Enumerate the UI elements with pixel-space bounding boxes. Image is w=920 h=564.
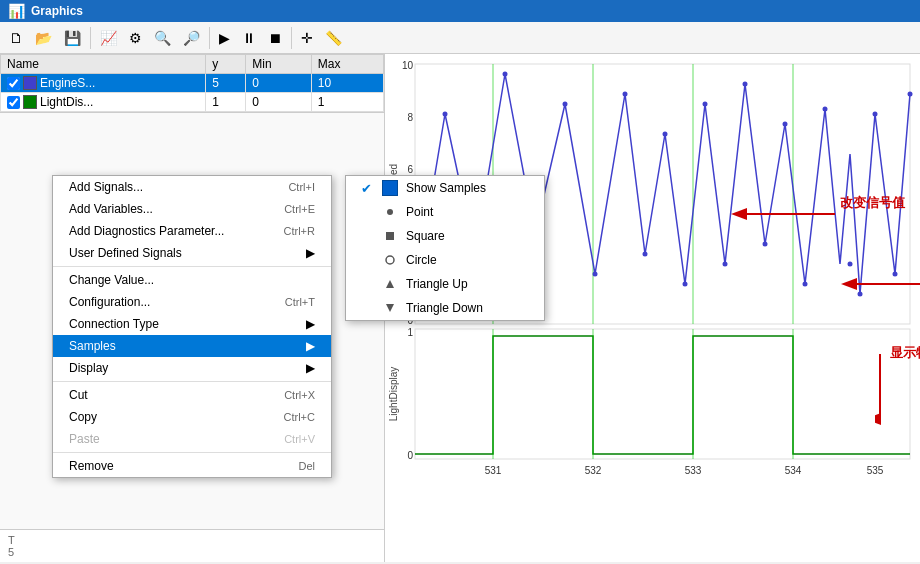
square-blue-icon [382, 180, 398, 196]
signal-color-1 [23, 95, 37, 109]
submenu-point[interactable]: Point [346, 200, 544, 224]
arrow-icon-2: ▶ [306, 317, 315, 331]
menu-paste-label: Paste [69, 432, 100, 446]
table-row[interactable]: LightDis... 1 0 1 [1, 93, 384, 112]
svg-point-33 [893, 272, 898, 277]
svg-rect-53 [386, 232, 394, 240]
svg-text:532: 532 [585, 465, 602, 476]
menu-display-label: Display [69, 361, 108, 375]
point-icon [382, 204, 398, 220]
svg-point-24 [723, 262, 728, 267]
menu-add-signals-shortcut: Ctrl+I [288, 181, 315, 193]
svg-marker-56 [386, 304, 394, 312]
menu-sep-1 [53, 266, 331, 267]
toolbar: 🗋 📂 💾 📈 ⚙ 🔍 🔎 ▶ ⏸ ⏹ ✛ 📏 [0, 22, 920, 54]
menu-display[interactable]: Display ▶ [53, 357, 331, 379]
menu-configuration[interactable]: Configuration... Ctrl+T [53, 291, 331, 313]
graph-btn[interactable]: 📈 [95, 27, 122, 49]
svg-text:6: 6 [407, 164, 413, 175]
menu-samples[interactable]: Samples ▶ [53, 335, 331, 357]
submenu-triangle-down[interactable]: Triangle Down [346, 296, 544, 320]
svg-point-30 [848, 262, 853, 267]
menu-add-diagnostics-label: Add Diagnostics Parameter... [69, 224, 224, 238]
svg-rect-35 [415, 329, 910, 459]
svg-point-20 [643, 252, 648, 257]
circle-icon [382, 252, 398, 268]
menu-cut-label: Cut [69, 388, 88, 402]
menu-configuration-shortcut: Ctrl+T [285, 296, 315, 308]
menu-paste: Paste Ctrl+V [53, 428, 331, 450]
triangle-down-icon [382, 300, 398, 316]
settings-btn[interactable]: ⚙ [124, 27, 147, 49]
svg-text:0: 0 [407, 450, 413, 461]
menu-add-variables-label: Add Variables... [69, 202, 153, 216]
submenu-show-samples[interactable]: ✔ Show Samples [346, 176, 544, 200]
svg-text:8: 8 [407, 112, 413, 123]
col-header-min: Min [246, 55, 312, 74]
menu-cut[interactable]: Cut Ctrl+X [53, 384, 331, 406]
menu-connection-type[interactable]: Connection Type ▶ [53, 313, 331, 335]
menu-user-defined-signals[interactable]: User Defined Signals ▶ [53, 242, 331, 264]
submenu-triangle-up-label: Triangle Up [406, 277, 468, 291]
stop-btn[interactable]: ⏹ [263, 27, 287, 49]
svg-point-28 [803, 282, 808, 287]
submenu-circle[interactable]: Circle [346, 248, 544, 272]
menu-add-variables-shortcut: Ctrl+E [284, 203, 315, 215]
zoom-out-btn[interactable]: 🔎 [178, 27, 205, 49]
svg-point-54 [386, 256, 394, 264]
svg-point-34 [908, 92, 913, 97]
menu-change-value[interactable]: Change Value... [53, 269, 331, 291]
submenu-square[interactable]: Square [346, 224, 544, 248]
menu-configuration-label: Configuration... [69, 295, 150, 309]
svg-point-32 [873, 112, 878, 117]
submenu-triangle-up[interactable]: Triangle Up [346, 272, 544, 296]
svg-point-21 [663, 132, 668, 137]
signal-name-1: LightDis... [40, 95, 93, 109]
cursor-btn[interactable]: ✛ [296, 27, 318, 49]
sep3 [291, 27, 292, 49]
bottom-line1: T [8, 534, 376, 546]
menu-remove[interactable]: Remove Del [53, 455, 331, 477]
signal-checkbox-1[interactable] [7, 96, 20, 109]
submenu-point-label: Point [406, 205, 433, 219]
menu-sep-2 [53, 381, 331, 382]
menu-cut-shortcut: Ctrl+X [284, 389, 315, 401]
sep1 [90, 27, 91, 49]
menu-samples-label: Samples [69, 339, 116, 353]
save-btn[interactable]: 💾 [59, 27, 86, 49]
svg-point-15 [503, 72, 508, 77]
signal-checkbox-0[interactable] [7, 77, 20, 90]
menu-add-signals-label: Add Signals... [69, 180, 143, 194]
svg-point-29 [823, 107, 828, 112]
svg-point-22 [683, 282, 688, 287]
signal-table: Name y Min Max EngineS... [0, 54, 384, 113]
submenu-show-samples-label: Show Samples [406, 181, 486, 195]
menu-paste-shortcut: Ctrl+V [284, 433, 315, 445]
svg-point-52 [387, 209, 393, 215]
title-bar: 📊 Graphics [0, 0, 920, 22]
svg-point-18 [593, 272, 598, 277]
zoom-in-btn[interactable]: 🔍 [149, 27, 176, 49]
signal-name-0: EngineS... [40, 76, 95, 90]
svg-point-17 [563, 102, 568, 107]
menu-add-variables[interactable]: Add Variables... Ctrl+E [53, 198, 331, 220]
pause-btn[interactable]: ⏸ [237, 27, 261, 49]
triangle-up-icon [382, 276, 398, 292]
measure-btn[interactable]: 📏 [320, 27, 347, 49]
menu-add-signals[interactable]: Add Signals... Ctrl+I [53, 176, 331, 198]
play-btn[interactable]: ▶ [214, 27, 235, 49]
svg-point-13 [443, 112, 448, 117]
signal-y-1: 1 [206, 93, 246, 112]
signal-max-0: 10 [311, 74, 383, 93]
open-btn[interactable]: 📂 [30, 27, 57, 49]
menu-add-diagnostics-shortcut: Ctrl+R [284, 225, 315, 237]
menu-copy-shortcut: Ctrl+C [284, 411, 315, 423]
arrow-icon-1: ▶ [306, 246, 315, 260]
menu-copy[interactable]: Copy Ctrl+C [53, 406, 331, 428]
table-row[interactable]: EngineS... 5 0 10 [1, 74, 384, 93]
new-btn[interactable]: 🗋 [4, 27, 28, 49]
menu-copy-label: Copy [69, 410, 97, 424]
svg-point-23 [703, 102, 708, 107]
menu-add-diagnostics[interactable]: Add Diagnostics Parameter... Ctrl+R [53, 220, 331, 242]
svg-text:533: 533 [685, 465, 702, 476]
